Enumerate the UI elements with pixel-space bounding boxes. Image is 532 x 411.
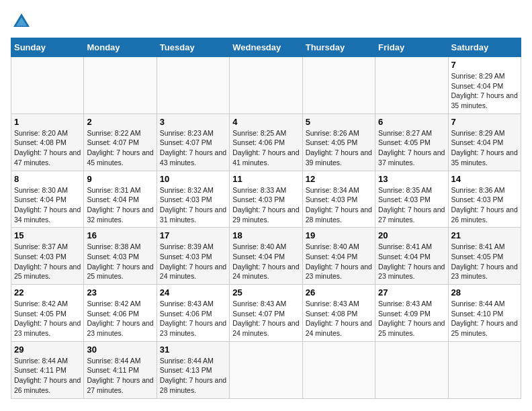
day-number: 24: [160, 287, 226, 298]
day-number: 14: [451, 174, 518, 184]
calendar-day-cell: 18 Sunrise: 8:40 AMSunset: 4:04 PMDaylig…: [230, 228, 302, 285]
day-number: 31: [160, 345, 226, 355]
day-number: 1: [14, 117, 81, 127]
day-number: 29: [14, 345, 81, 355]
day-number: 4: [232, 117, 299, 127]
day-number: 23: [87, 287, 153, 298]
day-info: Sunrise: 8:35 AMSunset: 4:03 PMDaylight:…: [378, 186, 445, 224]
day-info: Sunrise: 8:33 AMSunset: 4:03 PMDaylight:…: [232, 186, 299, 224]
calendar-day-cell: [375, 57, 448, 114]
calendar-day-header: Friday: [375, 38, 448, 57]
day-number: 5: [306, 117, 372, 127]
calendar-day-cell: 22 Sunrise: 8:42 AMSunset: 4:05 PMDaylig…: [11, 285, 84, 342]
calendar-day-cell: 23 Sunrise: 8:42 AMSunset: 4:06 PMDaylig…: [84, 285, 157, 342]
day-info: Sunrise: 8:41 AMSunset: 4:04 PMDaylight:…: [378, 242, 445, 280]
calendar-day-cell: 29 Sunrise: 8:44 AMSunset: 4:11 PMDaylig…: [11, 341, 84, 398]
calendar-day-cell: [11, 57, 84, 114]
calendar-week-row: 22 Sunrise: 8:42 AMSunset: 4:05 PMDaylig…: [11, 285, 521, 342]
calendar-day-cell: 31 Sunrise: 8:44 AMSunset: 4:13 PMDaylig…: [157, 341, 229, 398]
day-info: Sunrise: 8:36 AMSunset: 4:03 PMDaylight:…: [451, 186, 518, 224]
day-info: Sunrise: 8:22 AMSunset: 4:07 PMDaylight:…: [87, 129, 153, 167]
calendar-day-cell: [157, 57, 229, 114]
calendar-day-cell: 28 Sunrise: 8:44 AMSunset: 4:10 PMDaylig…: [448, 285, 521, 342]
day-info: Sunrise: 8:40 AMSunset: 4:04 PMDaylight:…: [232, 242, 299, 280]
day-number: 8: [14, 174, 81, 184]
calendar-day-cell: 3 Sunrise: 8:23 AMSunset: 4:07 PMDayligh…: [157, 113, 229, 171]
calendar-body: 7 Sunrise: 8:29 AMSunset: 4:04 PMDayligh…: [11, 57, 521, 399]
calendar-header-row: SundayMondayTuesdayWednesdayThursdayFrid…: [11, 38, 521, 57]
calendar-day-header: Sunday: [11, 38, 84, 57]
day-info: Sunrise: 8:20 AMSunset: 4:08 PMDaylight:…: [14, 129, 81, 167]
day-info: Sunrise: 8:43 AMSunset: 4:09 PMDaylight:…: [378, 300, 445, 337]
day-number: 22: [14, 287, 81, 298]
day-info: Sunrise: 8:31 AMSunset: 4:04 PMDaylight:…: [87, 186, 153, 224]
calendar-day-cell: 14 Sunrise: 8:36 AMSunset: 4:03 PMDaylig…: [448, 171, 521, 228]
day-info: Sunrise: 8:37 AMSunset: 4:03 PMDaylight:…: [14, 242, 81, 280]
calendar-week-row: 29 Sunrise: 8:44 AMSunset: 4:11 PMDaylig…: [11, 341, 521, 398]
calendar-day-cell: 9 Sunrise: 8:31 AMSunset: 4:04 PMDayligh…: [84, 171, 157, 228]
calendar-week-row: 8 Sunrise: 8:30 AMSunset: 4:04 PMDayligh…: [11, 171, 521, 228]
day-info: Sunrise: 8:42 AMSunset: 4:06 PMDaylight:…: [87, 300, 153, 337]
calendar-day-cell: 16 Sunrise: 8:38 AMSunset: 4:03 PMDaylig…: [84, 228, 157, 285]
day-number: 10: [160, 174, 226, 184]
calendar-day-header: Wednesday: [230, 38, 302, 57]
day-number: 19: [306, 230, 372, 240]
day-number: 15: [14, 230, 81, 240]
day-info: Sunrise: 8:29 AMSunset: 4:04 PMDaylight:…: [451, 72, 518, 109]
day-number: 7: [451, 117, 518, 127]
day-number: 9: [87, 174, 153, 184]
calendar-day-cell: [375, 341, 448, 398]
calendar-day-cell: [448, 341, 521, 398]
day-info: Sunrise: 8:30 AMSunset: 4:04 PMDaylight:…: [14, 186, 81, 224]
day-number: 16: [87, 230, 153, 240]
day-info: Sunrise: 8:44 AMSunset: 4:11 PMDaylight:…: [87, 357, 153, 394]
calendar-day-cell: 10 Sunrise: 8:32 AMSunset: 4:03 PMDaylig…: [157, 171, 229, 228]
day-number: 12: [306, 174, 372, 184]
calendar-day-cell: [84, 57, 157, 114]
page-header: [11, 11, 521, 32]
day-number: 11: [232, 174, 299, 184]
calendar-day-cell: 15 Sunrise: 8:37 AMSunset: 4:03 PMDaylig…: [11, 228, 84, 285]
day-info: Sunrise: 8:39 AMSunset: 4:03 PMDaylight:…: [160, 242, 226, 280]
day-info: Sunrise: 8:25 AMSunset: 4:06 PMDaylight:…: [232, 129, 299, 167]
day-number: 2: [87, 117, 153, 127]
calendar-day-cell: 27 Sunrise: 8:43 AMSunset: 4:09 PMDaylig…: [375, 285, 448, 342]
calendar-day-cell: 13 Sunrise: 8:35 AMSunset: 4:03 PMDaylig…: [375, 171, 448, 228]
day-number: 7: [451, 60, 518, 70]
calendar-day-cell: 20 Sunrise: 8:41 AMSunset: 4:04 PMDaylig…: [375, 228, 448, 285]
calendar-day-cell: 8 Sunrise: 8:30 AMSunset: 4:04 PMDayligh…: [11, 171, 84, 228]
day-info: Sunrise: 8:43 AMSunset: 4:08 PMDaylight:…: [306, 300, 372, 337]
day-info: Sunrise: 8:32 AMSunset: 4:03 PMDaylight:…: [160, 186, 226, 224]
day-info: Sunrise: 8:23 AMSunset: 4:07 PMDaylight:…: [160, 129, 226, 167]
day-info: Sunrise: 8:41 AMSunset: 4:05 PMDaylight:…: [451, 242, 518, 280]
day-info: Sunrise: 8:26 AMSunset: 4:05 PMDaylight:…: [306, 129, 372, 167]
calendar-week-row: 1 Sunrise: 8:20 AMSunset: 4:08 PMDayligh…: [11, 113, 521, 171]
calendar-day-cell: [230, 341, 302, 398]
day-number: 6: [378, 117, 445, 127]
logo-icon: [11, 11, 32, 32]
day-info: Sunrise: 8:29 AMSunset: 4:04 PMDaylight:…: [451, 129, 518, 167]
calendar-day-cell: 5 Sunrise: 8:26 AMSunset: 4:05 PMDayligh…: [302, 113, 375, 171]
day-number: 30: [87, 345, 153, 355]
day-info: Sunrise: 8:44 AMSunset: 4:10 PMDaylight:…: [451, 300, 518, 337]
day-number: 18: [232, 230, 299, 240]
calendar-day-cell: 26 Sunrise: 8:43 AMSunset: 4:08 PMDaylig…: [302, 285, 375, 342]
day-number: 17: [160, 230, 226, 240]
calendar-day-cell: [230, 57, 302, 114]
day-info: Sunrise: 8:44 AMSunset: 4:11 PMDaylight:…: [14, 357, 81, 394]
day-number: 27: [378, 287, 445, 298]
calendar-day-cell: 4 Sunrise: 8:25 AMSunset: 4:06 PMDayligh…: [230, 113, 302, 171]
day-info: Sunrise: 8:42 AMSunset: 4:05 PMDaylight:…: [14, 300, 81, 337]
calendar-week-row: 15 Sunrise: 8:37 AMSunset: 4:03 PMDaylig…: [11, 228, 521, 285]
calendar-day-header: Thursday: [302, 38, 375, 57]
day-info: Sunrise: 8:43 AMSunset: 4:06 PMDaylight:…: [160, 300, 226, 337]
calendar-day-cell: 11 Sunrise: 8:33 AMSunset: 4:03 PMDaylig…: [230, 171, 302, 228]
calendar-day-cell: 30 Sunrise: 8:44 AMSunset: 4:11 PMDaylig…: [84, 341, 157, 398]
calendar-day-header: Tuesday: [157, 38, 229, 57]
calendar-day-header: Monday: [84, 38, 157, 57]
day-number: 28: [451, 287, 518, 298]
day-info: Sunrise: 8:40 AMSunset: 4:04 PMDaylight:…: [306, 242, 372, 280]
calendar-day-cell: [302, 57, 375, 114]
calendar-day-cell: 19 Sunrise: 8:40 AMSunset: 4:04 PMDaylig…: [302, 228, 375, 285]
day-number: 26: [306, 287, 372, 298]
